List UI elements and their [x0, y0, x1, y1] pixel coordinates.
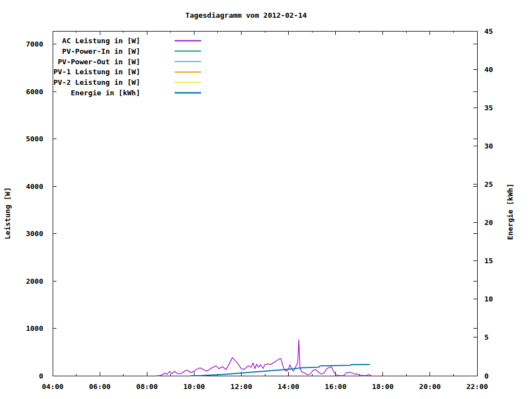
legend-label: AC Leistung in [W] — [62, 37, 140, 45]
y2-tick-label: 30 — [484, 142, 493, 150]
y-tick-label: 3000 — [26, 229, 43, 238]
x-tick-label: 06:00 — [89, 382, 111, 391]
y-axis-label: Leistung [W] — [3, 187, 12, 239]
y-tick-label: 2000 — [26, 277, 43, 285]
y2-tick-label: 5 — [484, 333, 489, 341]
legend-label: Energie in [kWh] — [71, 89, 140, 97]
x-tick-label: 10:00 — [183, 382, 205, 391]
y-tick-label: 4000 — [26, 182, 43, 191]
legend-label: PV-2 Leistung in [W] — [53, 78, 140, 86]
y2-tick-label: 10 — [484, 295, 493, 303]
x-tick-label: 22:00 — [466, 382, 488, 391]
legend-label: PV-1 Leistung in [W] — [53, 68, 140, 76]
legend-label: PV-Power-Out in [W] — [58, 58, 140, 66]
x-tick-label: 14:00 — [278, 382, 299, 391]
chart-title: Tagesdiagramm vom 2012-02-14 — [185, 11, 306, 19]
legend-label: PV-Power-In in [W] — [62, 47, 140, 55]
x-tick-label: 08:00 — [136, 382, 158, 391]
day-diagram-chart: Tagesdiagramm vom 2012-02-14 Leistung [W… — [0, 0, 532, 399]
x-tick-label: 16:00 — [325, 382, 346, 391]
y2-tick-label: 25 — [484, 180, 493, 188]
x-tick-label: 04:00 — [42, 382, 63, 391]
y-tick-label: 1000 — [26, 324, 43, 332]
y-tick-label: 7000 — [26, 40, 43, 48]
y-tick-label: 5000 — [26, 135, 43, 143]
y2-tick-label: 35 — [484, 104, 493, 112]
y2-axis-label: Energie [kWh] — [506, 183, 514, 240]
y2-tick-label: 40 — [484, 65, 493, 74]
x-tick-label: 20:00 — [419, 382, 441, 391]
y-tick-label: 6000 — [26, 88, 43, 96]
y2-tick-label: 45 — [484, 27, 493, 35]
y2-tick-label: 0 — [484, 372, 489, 380]
y2-tick-label: 20 — [484, 218, 493, 227]
y-tick-label: 0 — [39, 372, 43, 380]
y2-tick-label: 15 — [484, 257, 493, 265]
x-tick-label: 12:00 — [231, 382, 252, 391]
x-tick-label: 18:00 — [372, 382, 393, 391]
